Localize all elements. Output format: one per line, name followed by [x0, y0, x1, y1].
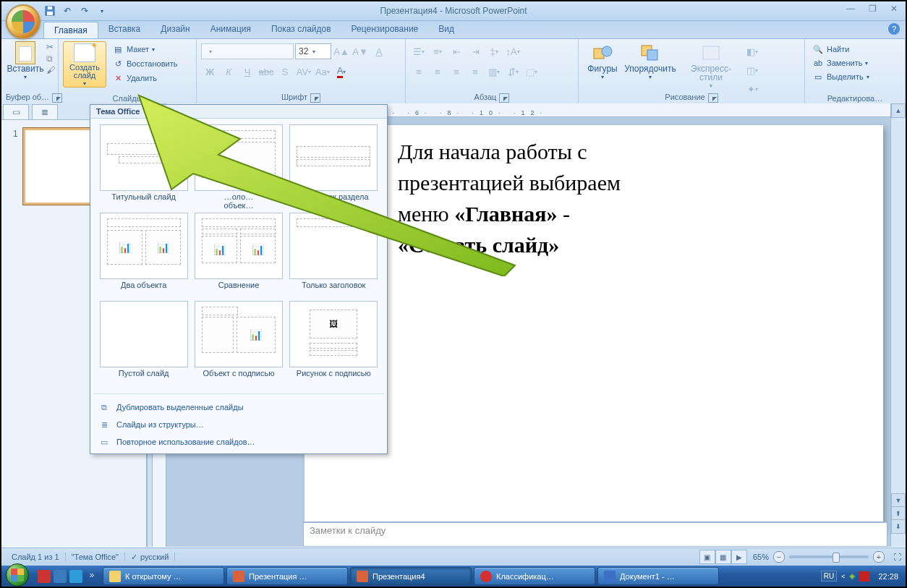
align-right-icon[interactable]: ≡	[448, 63, 465, 80]
delete-slide-button[interactable]: ✕Удалить	[109, 72, 180, 85]
cut-icon[interactable]: ✂	[46, 42, 55, 52]
numbering-icon[interactable]: ≡▾	[429, 43, 446, 60]
ql-icon-3[interactable]	[69, 570, 82, 583]
format-painter-icon[interactable]: 🖌	[46, 65, 55, 75]
bold-icon[interactable]: Ж	[201, 63, 218, 80]
view-slideshow-icon[interactable]: ▶	[731, 550, 747, 564]
font-color-icon[interactable]: A▾	[333, 63, 350, 80]
align-text-icon[interactable]: ⇵▾	[504, 63, 521, 80]
ql-icon-2[interactable]	[54, 570, 67, 583]
smartart-icon[interactable]: ⬚▾	[523, 63, 540, 80]
help-icon[interactable]: ?	[888, 23, 900, 35]
tab-slideshow[interactable]: Показ слайдов	[261, 21, 341, 38]
copy-icon[interactable]: ⧉	[46, 54, 55, 64]
view-sorter-icon[interactable]: ▦	[715, 550, 731, 564]
justify-icon[interactable]: ≡	[467, 63, 484, 80]
replace-button[interactable]: abЗаменить▾	[809, 56, 900, 69]
layout-title-only[interactable]: Только заголовок	[289, 213, 378, 298]
layout-two-content[interactable]: 📊📊Два объекта	[99, 213, 188, 298]
language-indicator[interactable]: RU	[821, 571, 837, 581]
list-level2-icon[interactable]: ⇥	[467, 43, 484, 60]
zoom-out-icon[interactable]: −	[773, 551, 785, 563]
list-level-icon[interactable]: ⇤	[448, 43, 465, 60]
strike-icon[interactable]: abc	[257, 63, 275, 80]
shape-outline-icon[interactable]: ◫▾	[744, 61, 761, 79]
layout-blank[interactable]: Пустой слайд	[99, 301, 188, 386]
underline-icon[interactable]: Ч	[239, 63, 256, 80]
menu-duplicate-slides[interactable]: ⧉Дублировать выделенные слайды	[90, 399, 387, 416]
layout-section-header[interactable]: Заголовок раздела	[289, 124, 378, 210]
tab-view[interactable]: Вид	[428, 21, 464, 38]
redo-icon[interactable]: ↷	[78, 4, 91, 17]
bullets-icon[interactable]: ☰▾	[410, 43, 427, 60]
tab-home[interactable]: Главная	[43, 22, 98, 38]
clear-format-icon[interactable]: A	[370, 43, 388, 60]
outline-tab-icon[interactable]: ≣	[32, 104, 58, 119]
slides-tab-icon[interactable]: ▭	[3, 104, 29, 119]
change-case-icon[interactable]: Aa▾	[314, 63, 331, 80]
shape-fill-icon[interactable]: ◧▾	[744, 43, 761, 60]
reset-button[interactable]: ↺Восстановить	[109, 57, 180, 70]
prev-slide-icon[interactable]: ⬆	[891, 506, 906, 521]
line-spacing-icon[interactable]: ‡▾	[485, 43, 503, 60]
fit-window-icon[interactable]: ⛶	[893, 553, 901, 561]
menu-slides-from-outline[interactable]: ≣Слайды из структуры…	[90, 416, 387, 433]
tray-arrow-icon[interactable]: <	[841, 573, 845, 580]
shadow-icon[interactable]: S	[276, 63, 294, 80]
quick-styles-button[interactable]: Экспресс-стили▾	[678, 41, 744, 92]
arrange-button[interactable]: Упорядочить▾	[622, 41, 678, 83]
font-name-combo[interactable]: ▾	[201, 43, 294, 59]
new-slide-button[interactable]: Создать слайд▾	[63, 41, 106, 88]
layout-title-content[interactable]: …оло… объек…	[194, 124, 283, 210]
maximize-button[interactable]: ❐	[865, 4, 880, 14]
tab-review[interactable]: Рецензирование	[341, 21, 429, 38]
char-spacing-icon[interactable]: AV▾	[295, 63, 312, 80]
paragraph-dialog-icon[interactable]	[499, 93, 509, 103]
close-button[interactable]: ✕	[887, 4, 901, 14]
find-button[interactable]: 🔍Найти	[809, 43, 900, 56]
tray-icon-1[interactable]: ◈	[849, 571, 855, 581]
view-normal-icon[interactable]: ▣	[699, 550, 715, 564]
zoom-slider[interactable]	[789, 555, 869, 558]
align-center-icon[interactable]: ≡	[429, 63, 446, 80]
undo-icon[interactable]: ↶	[61, 4, 74, 17]
ql-icon-1[interactable]	[38, 570, 51, 583]
font-dialog-icon[interactable]	[310, 93, 320, 103]
start-button[interactable]	[1, 566, 33, 587]
ql-more-icon[interactable]: »	[85, 570, 98, 583]
layout-content-caption[interactable]: 📊Объект с подписью	[194, 301, 283, 386]
drawing-dialog-icon[interactable]	[708, 93, 718, 103]
shrink-font-icon[interactable]: A▼	[352, 43, 369, 60]
tray-icon-2[interactable]	[859, 571, 869, 581]
layout-title-slide[interactable]: Титульный слайд	[99, 124, 188, 210]
task-presentation4[interactable]: Презентация4	[350, 567, 472, 585]
shapes-button[interactable]: Фигуры▾	[583, 41, 622, 83]
next-slide-icon[interactable]: ⬇	[891, 519, 906, 534]
qat-more-icon[interactable]: ▾	[95, 4, 108, 17]
text-direction-icon[interactable]: ↕A▾	[504, 43, 521, 60]
tab-design[interactable]: Дизайн	[150, 21, 200, 38]
menu-reuse-slides[interactable]: ▭Повторное использование слайдов…	[90, 433, 387, 451]
tab-insert[interactable]: Вставка	[98, 21, 151, 38]
task-word[interactable]: Документ1 - …	[597, 567, 719, 585]
paste-button[interactable]: Вставить ▾	[6, 41, 45, 83]
zoom-in-icon[interactable]: +	[873, 551, 885, 563]
layout-picture-caption[interactable]: 🖼Рисунок с подписью	[289, 301, 378, 386]
task-opera[interactable]: Классификац…	[474, 567, 595, 585]
vertical-scrollbar[interactable]: ▲ ▼ ⬆ ⬇	[890, 103, 906, 547]
layout-comparison[interactable]: 📊📊Сравнение	[194, 213, 283, 298]
shape-effects-icon[interactable]: ✦▾	[744, 80, 761, 98]
task-presentation-a[interactable]: Презентация …	[226, 567, 348, 585]
clock[interactable]: 22:28	[874, 572, 903, 581]
italic-icon[interactable]: К	[220, 63, 237, 80]
office-button[interactable]	[6, 4, 41, 39]
task-explorer[interactable]: К открытому …	[103, 567, 224, 585]
align-left-icon[interactable]: ≡	[410, 63, 427, 80]
status-language[interactable]: русский	[140, 553, 169, 561]
save-icon[interactable]	[43, 4, 56, 17]
tab-animation[interactable]: Анимация	[200, 21, 261, 38]
select-button[interactable]: ▭Выделить▾	[809, 70, 900, 83]
zoom-percent[interactable]: 65%	[753, 553, 769, 561]
notes-pane[interactable]: Заметки к слайду	[303, 522, 887, 547]
scroll-up-icon[interactable]: ▲	[891, 103, 906, 118]
